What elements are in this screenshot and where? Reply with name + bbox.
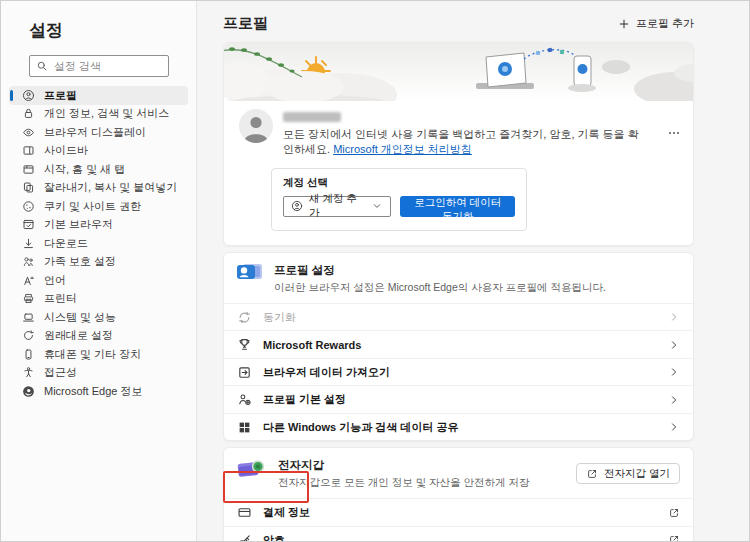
home-tab-icon <box>22 163 35 176</box>
sidebar-item-label: 기본 브라우저 <box>44 217 113 232</box>
sidebar-item-label: 사이드바 <box>44 143 88 158</box>
sidebar-item-phone-devices[interactable]: 휴대폰 및 기타 장치 <box>9 345 188 364</box>
chevron-right-icon <box>668 366 680 378</box>
sidebar-item-label: 가족 보호 설정 <box>44 254 116 269</box>
chevron-down-icon <box>371 200 383 212</box>
display-eye-icon <box>22 126 35 139</box>
profile-settings-card: 프로필 설정 이러한 브라우저 설정은 Microsoft Edge의 사용자 … <box>223 252 694 442</box>
sidebar-item-label: Microsoft Edge 정보 <box>44 384 142 399</box>
person-icon <box>22 89 35 102</box>
row-profile-preferences[interactable]: 프로필 기본 설정 <box>224 385 693 413</box>
sidebar-item-label: 개인 정보, 검색 및 서비스 <box>44 106 169 121</box>
sidebar-item-default-browser[interactable]: 기본 브라우저 <box>9 216 188 235</box>
sign-in-sync-button[interactable]: 로그인하여 데이터 동기화 <box>400 196 515 217</box>
row-microsoft-rewards[interactable]: Microsoft Rewards <box>224 330 693 358</box>
sidebar-item-start-home-tabs[interactable]: 시작, 홈 및 새 탭 <box>9 160 188 179</box>
sidebar-item-label: 다운로드 <box>44 236 88 251</box>
rewards-trophy-icon <box>237 337 252 352</box>
sidebar-item-label: 접근성 <box>44 365 77 380</box>
search-input[interactable] <box>54 60 162 72</box>
row-label: Microsoft Rewards <box>263 339 361 351</box>
chevron-right-icon <box>668 311 680 323</box>
family-icon <box>22 255 35 268</box>
account-dropdown[interactable]: 새 계정 추가 <box>283 196 391 217</box>
row-label: 결제 정보 <box>263 505 310 520</box>
settings-title: 설정 <box>29 19 188 42</box>
row-sync: 동기화 <box>224 303 693 331</box>
edge-settings-window: 설정 프로필 개인 정보, 검색 및 서비스 브라우저 디스플레이 사이드바 시… <box>0 0 750 542</box>
sidebar-item-about-edge[interactable]: Microsoft Edge 정보 <box>9 382 188 401</box>
sidebar-layout-icon <box>22 144 35 157</box>
default-browser-icon <box>22 218 35 231</box>
row-label: 프로필 기본 설정 <box>263 392 346 407</box>
profile-preferences-icon <box>237 392 252 407</box>
banner-graphic <box>224 43 693 101</box>
account-select-label: 계정 선택 <box>283 176 515 190</box>
account-dropdown-value: 새 계정 추가 <box>309 192 365 220</box>
more-options-button[interactable] <box>667 125 681 141</box>
account-select-group: 계정 선택 새 계정 추가 로그인하여 데이터 동기화 <box>271 168 527 231</box>
sidebar-item-label: 시작, 홈 및 새 탭 <box>44 162 125 177</box>
sidebar-item-downloads[interactable]: 다운로드 <box>9 234 188 253</box>
profile-settings-title: 프로필 설정 <box>274 263 606 278</box>
more-icon <box>667 126 681 140</box>
sidebar-item-copy-paste[interactable]: 잘라내기, 복사 및 붙여넣기 <box>9 179 188 198</box>
sidebar-item-label: 언어 <box>44 273 66 288</box>
phone-icon <box>22 348 35 361</box>
system-icon <box>22 311 35 324</box>
sidebar-item-label: 프로필 <box>44 88 77 103</box>
open-wallet-button[interactable]: 전자지갑 열기 <box>576 463 680 484</box>
sidebar-item-profile[interactable]: 프로필 <box>9 86 188 105</box>
cookie-icon <box>22 200 35 213</box>
sidebar-item-label: 프린터 <box>44 291 77 306</box>
settings-search-box[interactable] <box>29 55 169 77</box>
sidebar-item-label: 잘라내기, 복사 및 붙여넣기 <box>44 180 177 195</box>
privacy-statement-link[interactable]: Microsoft 개인정보 처리방침 <box>333 143 472 155</box>
settings-main-pane: 프로필 프로필 추가 <box>197 1 749 541</box>
chevron-right-icon <box>668 339 680 351</box>
key-icon <box>237 533 252 542</box>
sidebar-item-reset-settings[interactable]: 원래대로 설정 <box>9 327 188 346</box>
sidebar-item-appearance[interactable]: 브라우저 디스플레이 <box>9 123 188 142</box>
profile-banner-illustration <box>224 43 693 101</box>
sidebar-item-privacy[interactable]: 개인 정보, 검색 및 서비스 <box>9 105 188 124</box>
account-person-icon <box>291 200 303 212</box>
profile-card: 모든 장치에서 인터넷 사용 기록을 백업하고 즐겨찾기, 암호, 기록 등을 … <box>223 42 694 246</box>
copy-paste-icon <box>22 181 35 194</box>
row-passwords[interactable]: 암호 <box>224 526 693 542</box>
windows-icon <box>237 420 252 435</box>
wallet-subtitle: 전자지갑으로 모든 개인 정보 및 자산을 안전하게 저장 <box>278 476 529 490</box>
wallet-title: 전자지갑 <box>278 458 529 473</box>
language-icon <box>22 274 35 287</box>
avatar <box>239 109 273 143</box>
import-data-icon <box>237 365 252 380</box>
external-link-icon <box>668 507 680 519</box>
sidebar-item-accessibility[interactable]: 접근성 <box>9 364 188 383</box>
accessibility-icon <box>22 366 35 379</box>
download-icon <box>22 237 35 250</box>
external-link-icon <box>668 534 680 542</box>
add-profile-label: 프로필 추가 <box>636 16 694 31</box>
search-icon <box>36 60 48 72</box>
sidebar-item-sidebar[interactable]: 사이드바 <box>9 142 188 161</box>
row-payment-info[interactable]: 결제 정보 <box>224 498 693 526</box>
settings-sidebar: 설정 프로필 개인 정보, 검색 및 서비스 브라우저 디스플레이 사이드바 시… <box>1 1 197 541</box>
sidebar-item-languages[interactable]: 언어 <box>9 271 188 290</box>
privacy-lock-icon <box>22 107 35 120</box>
row-label: 브라우저 데이터 가져오기 <box>263 365 390 380</box>
sidebar-item-printers[interactable]: 프린터 <box>9 290 188 309</box>
wallet-card: 전자지갑 전자지갑으로 모든 개인 정보 및 자산을 안전하게 저장 전자지갑 … <box>223 447 694 542</box>
page-title: 프로필 <box>223 14 268 33</box>
row-share-browsing-data-windows[interactable]: 다른 Windows 기능과 검색 데이터 공유 <box>224 413 693 441</box>
row-import-browser-data[interactable]: 브라우저 데이터 가져오기 <box>224 358 693 386</box>
sidebar-item-system-performance[interactable]: 시스템 및 성능 <box>9 308 188 327</box>
sidebar-item-label: 시스템 및 성능 <box>44 310 116 325</box>
sidebar-item-label: 휴대폰 및 기타 장치 <box>44 347 141 362</box>
plus-icon <box>618 18 630 30</box>
add-profile-button[interactable]: 프로필 추가 <box>618 16 694 31</box>
sidebar-item-label: 쿠키 및 사이트 권한 <box>44 199 141 214</box>
edge-logo-icon <box>22 385 35 398</box>
sidebar-item-cookies-permissions[interactable]: 쿠키 및 사이트 권한 <box>9 197 188 216</box>
external-link-icon <box>586 468 598 480</box>
sidebar-item-family-safety[interactable]: 가족 보호 설정 <box>9 253 188 272</box>
